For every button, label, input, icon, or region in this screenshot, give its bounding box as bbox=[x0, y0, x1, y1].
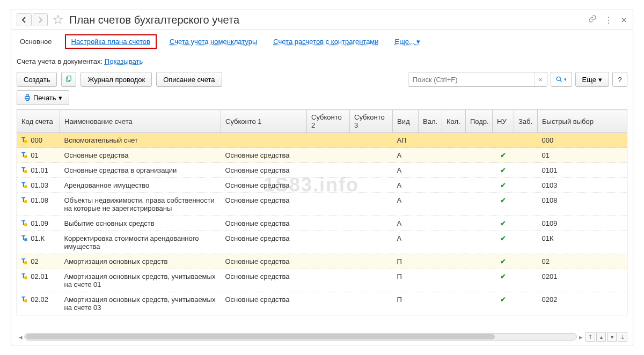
cell-nu: ✔ bbox=[493, 216, 514, 231]
tab-main[interactable]: Основное bbox=[17, 35, 55, 48]
table-row[interactable]: T01Основные средстваОсновные средстваА✔0… bbox=[17, 148, 627, 163]
cell-val bbox=[419, 231, 442, 254]
col-code[interactable]: Код счета bbox=[17, 110, 60, 133]
cell-quick: 000 bbox=[538, 133, 627, 148]
cell-sub3 bbox=[350, 148, 393, 163]
col-nu[interactable]: НУ bbox=[493, 110, 514, 133]
favorite-star-icon[interactable] bbox=[53, 14, 63, 26]
col-name[interactable]: Наименование счета bbox=[60, 110, 221, 133]
link-icon[interactable] bbox=[588, 14, 597, 25]
cell-sub2 bbox=[307, 193, 350, 216]
nav-first-icon[interactable]: ⤒ bbox=[586, 332, 595, 342]
copy-button[interactable] bbox=[61, 72, 76, 87]
col-val[interactable]: Вал. bbox=[419, 110, 442, 133]
nav-forward-button[interactable] bbox=[33, 13, 48, 26]
cell-code: 01.08 bbox=[31, 196, 48, 204]
scroll-left-icon[interactable]: ◂ bbox=[17, 333, 24, 341]
cell-podr bbox=[466, 254, 493, 269]
horizontal-scrollbar[interactable] bbox=[24, 333, 577, 341]
col-zab[interactable]: Заб. bbox=[514, 110, 538, 133]
table-row[interactable]: T01.ККорректировка стоимости арендованно… bbox=[17, 231, 627, 254]
cell-sub1: Основные средства bbox=[221, 254, 307, 269]
cell-zab bbox=[514, 178, 538, 193]
cell-name: Выбытие основных средств bbox=[60, 216, 221, 231]
cell-quick: 01 bbox=[538, 148, 627, 163]
table-row[interactable]: T01.03Арендованное имуществоОсновные сре… bbox=[17, 178, 627, 193]
col-podr[interactable]: Подр. bbox=[466, 110, 493, 133]
col-sub1[interactable]: Субконто 1 bbox=[221, 110, 307, 133]
cell-sub3 bbox=[350, 178, 393, 193]
cell-code: 000 bbox=[31, 136, 42, 144]
cell-kol bbox=[442, 231, 466, 254]
cell-sub2 bbox=[307, 254, 350, 269]
search-input[interactable] bbox=[408, 72, 534, 86]
col-sub3[interactable]: Субконто 3 bbox=[350, 110, 393, 133]
bottom-scroll-bar: ◂ ▸ ⤒ ▴ ▾ ⤓ bbox=[17, 332, 627, 342]
account-type-icon: T bbox=[21, 136, 28, 144]
cell-podr bbox=[466, 193, 493, 216]
col-quick[interactable]: Быстрый выбор bbox=[538, 110, 627, 133]
table-row[interactable]: T01.09Выбытие основных средствОсновные с… bbox=[17, 216, 627, 231]
cell-code: 02.02 bbox=[31, 295, 48, 304]
cell-code: 02.01 bbox=[31, 272, 48, 280]
journal-button[interactable]: Журнал проводок bbox=[80, 72, 152, 87]
tab-settings[interactable]: Настройка плана счетов bbox=[65, 34, 157, 49]
tab-nomenclature[interactable]: Счета учета номенклатуры bbox=[166, 35, 260, 48]
nav-last-icon[interactable]: ⤓ bbox=[618, 332, 627, 342]
nav-down-icon[interactable]: ▾ bbox=[607, 332, 617, 342]
cell-kind: А bbox=[393, 148, 419, 163]
cell-kind: А bbox=[393, 163, 419, 178]
cell-val bbox=[419, 133, 442, 148]
col-kol[interactable]: Кол. bbox=[442, 110, 466, 133]
cell-name: Амортизация основных средств, учитываемы… bbox=[60, 292, 221, 315]
cell-sub3 bbox=[350, 216, 393, 231]
create-button[interactable]: Создать bbox=[17, 72, 57, 87]
cell-nu: ✔ bbox=[493, 163, 514, 178]
page-title: План счетов бухгалтерского учета bbox=[69, 14, 239, 26]
table-row[interactable]: T000Вспомогательный счетАП000 bbox=[17, 133, 627, 148]
nav-back-button[interactable] bbox=[17, 13, 32, 26]
cell-zab bbox=[514, 193, 538, 216]
description-button[interactable]: Описание счета bbox=[156, 72, 222, 87]
info-link-show[interactable]: Показывать bbox=[105, 57, 143, 65]
cell-code: 01.03 bbox=[31, 181, 48, 189]
table-row[interactable]: T02Амортизация основных средствОсновные … bbox=[17, 254, 627, 269]
table-row[interactable]: T01.01Основные средства в организацииОсн… bbox=[17, 163, 627, 178]
print-button[interactable]: Печать ▾ bbox=[17, 90, 69, 105]
cell-sub1: Основные средства bbox=[221, 216, 307, 231]
col-kind[interactable]: Вид bbox=[393, 110, 419, 133]
help-button[interactable]: ? bbox=[612, 72, 627, 87]
kebab-menu-icon[interactable]: ⋮ bbox=[604, 15, 613, 25]
tab-counterparties[interactable]: Счета расчетов с контрагентами bbox=[270, 35, 382, 48]
more-button[interactable]: Еще ▾ bbox=[575, 72, 609, 87]
search-clear-icon[interactable]: × bbox=[534, 72, 547, 86]
cell-quick: 0101 bbox=[538, 163, 627, 178]
cell-kind: А bbox=[393, 231, 419, 254]
col-sub2[interactable]: Субконто 2 bbox=[307, 110, 350, 133]
cell-sub2 bbox=[307, 133, 350, 148]
tab-more[interactable]: Еще... ▾ bbox=[392, 35, 424, 48]
cell-sub1: Основные средства bbox=[221, 269, 307, 292]
search-button[interactable]: ▾ bbox=[551, 72, 572, 87]
cell-code: 02 bbox=[31, 257, 38, 265]
scroll-right-icon[interactable]: ▸ bbox=[577, 333, 584, 341]
table-row[interactable]: T02.01Амортизация основных средств, учит… bbox=[17, 269, 627, 292]
info-row: Счета учета в документах: Показывать bbox=[11, 54, 633, 69]
cell-val bbox=[419, 178, 442, 193]
account-type-icon: T bbox=[21, 181, 28, 189]
cell-sub1: Основные средства bbox=[221, 231, 307, 254]
nav-up-icon[interactable]: ▴ bbox=[596, 332, 606, 342]
cell-sub2 bbox=[307, 216, 350, 231]
accounts-table: Код счета Наименование счета Субконто 1 … bbox=[11, 109, 633, 315]
cell-sub1: Основные средства bbox=[221, 148, 307, 163]
cell-name: Амортизация основных средств bbox=[60, 254, 221, 269]
table-row[interactable]: T01.08Объекты недвижимости, права собств… bbox=[17, 193, 627, 216]
cell-quick: 0108 bbox=[538, 193, 627, 216]
close-icon[interactable]: ✕ bbox=[620, 15, 627, 25]
cell-val bbox=[419, 193, 442, 216]
cell-zab bbox=[514, 292, 538, 315]
cell-sub3 bbox=[350, 231, 393, 254]
cell-kol bbox=[442, 254, 466, 269]
cell-kind: А bbox=[393, 216, 419, 231]
table-row[interactable]: T02.02Амортизация основных средств, учит… bbox=[17, 292, 627, 315]
